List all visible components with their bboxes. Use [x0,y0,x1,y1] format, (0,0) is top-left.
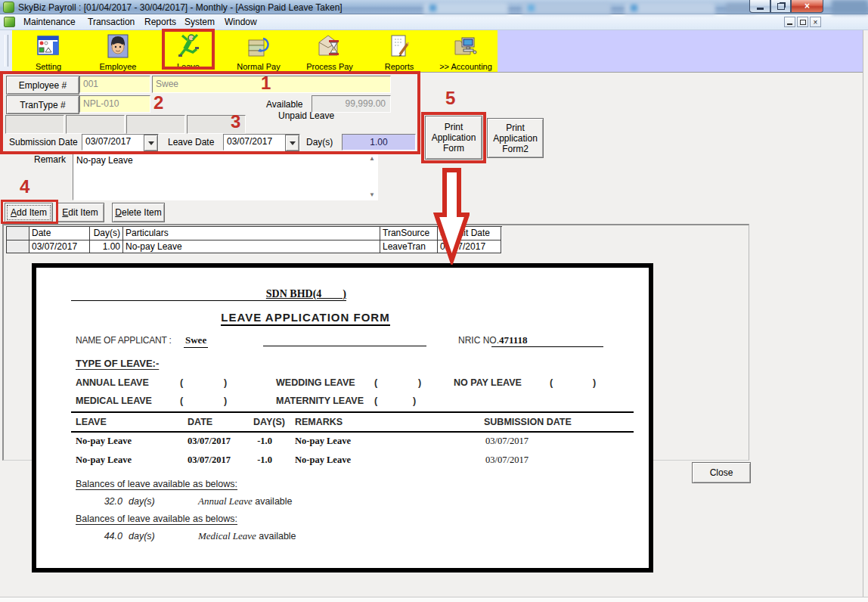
settings-window-icon [35,33,62,62]
remark-textarea[interactable]: No-pay Leave ▲ ▼ [73,153,378,200]
balance-leave-name-line: Annual Leave available [198,495,293,507]
print-application-form2-button[interactable]: Print Application Form2 [487,118,544,158]
blank-underline [263,346,426,346]
menu-item-transaction[interactable]: Transaction [84,15,138,29]
child-minimize-button[interactable] [784,17,795,27]
wedding-leave-label: WEDDING LEAVE [276,377,355,388]
days-field[interactable]: 1.00 [342,134,416,150]
menu-item-window[interactable]: Window [221,15,261,29]
grid-cell-transource[interactable]: LeaveTran [380,240,438,253]
employee-lookup-button[interactable]: Employee # [6,76,79,95]
close-button[interactable]: Close [692,462,751,483]
mdi-child-logo-icon [4,17,15,27]
close-window-button[interactable]: × [791,0,823,13]
medical-leave-label: MEDICAL LEAVE [76,396,152,406]
company-name-line: SDN BHD(4 ) [71,288,346,301]
applicant-name-value: Swee [184,334,208,348]
company-name-text: SDN BHD(4 ) [266,288,346,299]
paren-close: ) [224,377,227,388]
doc-header-leave: LEAVE [76,417,107,427]
leave-type-label: Unpaid Leave [278,110,334,121]
child-close-icon: × [814,18,818,26]
balance-heading: Balances of leave available as belows: [76,514,237,524]
empty-field-3 [126,115,185,134]
toolbar-button-employee[interactable]: Employee [85,31,151,71]
toolbar-button-normal-pay[interactable]: Normal Pay [225,31,292,71]
toolbar-button-setting[interactable]: Setting [15,31,82,71]
employee-name-field[interactable]: Swee [152,76,391,93]
annotation-number-2: 2 [153,92,163,113]
leave-dancer-icon [175,33,202,62]
doc-row-days: -1.0 [236,455,272,466]
no-pay-leave-label: NO PAY LEAVE [454,377,522,388]
balance-leave-name-line: Medical Leave available [198,530,296,542]
delete-item-button[interactable]: Delete Item [112,203,165,222]
edit-item-button[interactable]: Edit Item [56,203,104,222]
child-close-button[interactable]: × [810,17,821,27]
toolbar-button-leave[interactable]: Leave [155,31,222,71]
menu-item-reports[interactable]: Reports [141,15,180,29]
grid-header-particulars: Particulars [123,227,380,240]
add-item-button[interactable]: Add Item [5,203,53,222]
paren-open: ( [374,396,377,406]
doc-header-remarks: REMARKS [295,417,343,427]
grid-cell-particulars[interactable]: No-pay Leave [123,240,380,253]
leave-date-dropdown-button[interactable] [285,135,299,151]
toolbar-label-reports: Reports [366,62,432,71]
remark-label: Remark [34,154,66,165]
child-restore-icon [800,20,806,25]
remark-text: No-pay Leave [76,155,133,166]
employee-no-field[interactable]: 001 [79,76,150,93]
hourglass-envelope-icon [316,33,343,62]
trantype-lookup-button[interactable]: TranType # [6,95,79,114]
print-application-form-button[interactable]: Print Application Form [425,116,482,160]
annotation-number-1: 1 [261,73,271,94]
minimize-button[interactable] [749,0,770,13]
submission-date-dropdown-button[interactable] [144,135,158,151]
scroll-down-icon[interactable]: ▼ [369,191,375,198]
toolbar-button-process-pay[interactable]: Process Pay [296,31,363,71]
employee-no-value: 001 [83,79,98,89]
accounting-computer-icon [452,33,479,62]
doc-rule-top [71,411,634,413]
menu-item-system[interactable]: System [181,15,219,29]
grid-header-date: Date [29,227,90,240]
child-minimize-icon [787,23,792,25]
doc-row-days: -1.0 [236,436,272,447]
nric-underline [491,346,603,347]
toolbar-grip [5,35,8,67]
balance-leave-name: Annual Leave [198,495,253,507]
doc-row-submission: 03/07/2017 [485,436,529,447]
restore-icon [777,3,785,10]
doc-rule-bottom [71,431,634,433]
available-value: 99,999.00 [346,98,386,109]
trantype-no-field[interactable]: NPL-010 [79,95,150,113]
submission-date-label: Submission Date [9,137,78,147]
edit-item-label: Edit Item [62,207,98,218]
grid-cell-days[interactable]: 1.00 [90,240,123,253]
document-title: LEAVE APPLICATION FORM [221,311,389,326]
submission-date-combobox[interactable]: 03/07/2017 [82,134,159,150]
leave-date-combobox[interactable]: 03/07/2017 [223,134,300,150]
scroll-up-icon[interactable]: ▲ [369,155,375,162]
grid-cell-date[interactable]: 03/07/2017 [29,240,90,253]
document-title-wrap: LEAVE APPLICATION FORM [116,311,494,324]
grid-cell-selector[interactable] [7,240,29,253]
title-bar: SkyBiz Payroll : [01/04/2017 - 30/04/201… [0,0,868,14]
close-icon: × [804,2,810,11]
grid-data-row[interactable]: 03/07/2017 1.00 No-pay Leave LeaveTran 0… [7,240,502,253]
paren-close: ) [224,396,227,406]
maximize-button[interactable] [770,0,791,13]
toolbar-button-accounting[interactable]: >> Accounting [434,31,498,71]
annotation-number-5: 5 [445,88,455,109]
toolbar-lavender-strip [498,30,863,72]
leave-items-grid: Date Day(s) Particulars TranSource Submi… [6,226,502,253]
delete-item-label: Delete Item [115,207,161,218]
balance-suffix: available [259,531,296,541]
toolbar-button-reports[interactable]: Reports [366,31,432,71]
menu-item-maintenance[interactable]: Maintenance [20,15,79,29]
grid-header-selector [7,227,29,240]
annual-leave-label: ANNUAL LEAVE [76,377,149,388]
empty-field-2 [66,115,125,134]
child-restore-button[interactable] [797,17,808,27]
